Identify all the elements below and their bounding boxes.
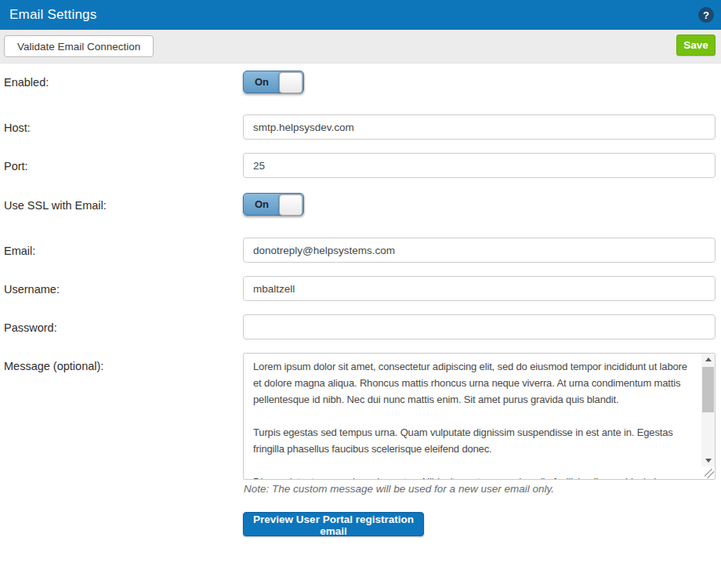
use-ssl-toggle[interactable]: On [243, 193, 304, 216]
enabled-label: Enabled: [4, 75, 49, 89]
use-ssl-toggle-knob [279, 194, 303, 216]
username-label: Username: [4, 282, 60, 296]
port-label: Port: [4, 159, 28, 173]
password-input[interactable] [243, 314, 716, 339]
validate-email-connection-button[interactable]: Validate Email Connection [4, 35, 154, 57]
use-ssl-label: Use SSL with Email: [4, 198, 107, 212]
host-input[interactable] [243, 114, 716, 140]
help-icon[interactable]: ? [698, 7, 714, 23]
enabled-toggle[interactable]: On [243, 71, 304, 93]
resize-handle-icon[interactable] [705, 469, 714, 478]
password-label: Password: [4, 321, 57, 335]
use-ssl-toggle-state: On [244, 194, 280, 215]
message-textarea[interactable]: Lorem ipsum dolor sit amet, consectetur … [243, 353, 716, 480]
email-settings-page: Email Settings ? Validate Email Connecti… [0, 0, 721, 588]
save-button[interactable]: Save [676, 34, 716, 56]
email-input[interactable] [243, 238, 716, 263]
enabled-toggle-knob [279, 72, 303, 93]
message-note: Note: The custom message will be used fo… [244, 483, 554, 495]
page-header: Email Settings ? [0, 0, 721, 30]
host-label: Host: [4, 121, 31, 135]
scroll-up-icon[interactable] [701, 354, 715, 365]
page-title: Email Settings [0, 7, 96, 23]
enabled-toggle-state: On [244, 71, 280, 93]
scrollbar-thumb[interactable] [702, 367, 714, 412]
message-field-container: Lorem ipsum dolor sit amet, consectetur … [243, 353, 716, 480]
email-label: Email: [4, 244, 35, 258]
preview-registration-email-button[interactable]: Preview User Portal registration email [243, 512, 424, 536]
username-input[interactable] [243, 276, 716, 301]
port-input[interactable] [243, 153, 716, 178]
message-label: Message (optional): [4, 359, 103, 373]
toolbar: Validate Email Connection Save [0, 30, 721, 64]
message-scrollbar[interactable] [701, 354, 715, 466]
scroll-down-icon[interactable] [701, 455, 715, 466]
